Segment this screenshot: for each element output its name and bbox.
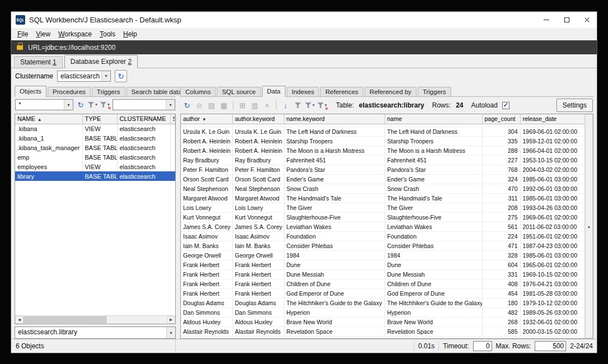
data-cell[interactable]: 1959-12-01 02:00:00: [520, 136, 584, 146]
data-cell[interactable]: 2004-03-02 02:00:00: [520, 165, 584, 174]
object-cell[interactable]: elasticsearch: [117, 171, 170, 181]
data-row[interactable]: Aldous HuxleyAldous HuxleyBrave New Worl…: [181, 317, 584, 326]
objects-horizontal-scrollbar[interactable]: ◀ ▶: [15, 315, 175, 324]
data-row[interactable]: Ursula K. Le GuinUrsula K. Le GuinThe Le…: [181, 127, 584, 136]
data-cell[interactable]: Frank Herbert: [232, 279, 284, 288]
detail-tab-references[interactable]: References: [320, 87, 363, 96]
data-cell[interactable]: God Emperor of Dune: [385, 288, 482, 298]
data-cell[interactable]: Isaac Asimov: [232, 231, 284, 241]
explorer-tab-objects[interactable]: Objects: [15, 86, 46, 97]
data-cell[interactable]: Children of Dune: [385, 279, 482, 288]
data-col-name[interactable]: name: [385, 114, 482, 124]
data-cell[interactable]: Ursula K. Le Guin: [232, 127, 284, 136]
data-cell[interactable]: 1951-06-01 02:00:00: [520, 231, 584, 241]
remove-filter-icon[interactable]: ×▼: [100, 99, 111, 110]
object-cell[interactable]: .kibana_1: [15, 133, 82, 143]
data-cell[interactable]: The Hitchhiker's Guide to the Galaxy: [385, 298, 482, 307]
data-cell[interactable]: The Handmaid's Tale: [284, 193, 385, 203]
filter-icon[interactable]: [292, 100, 303, 111]
data-row[interactable]: Neal StephensonNeal StephensonSnow Crash…: [181, 184, 584, 193]
data-row[interactable]: Kurt VonnegutKurt VonnegutSlaughterhouse…: [181, 212, 584, 222]
objects-col-s[interactable]: S: [170, 114, 175, 124]
data-cell[interactable]: Dune: [284, 260, 385, 269]
object-cell[interactable]: emp: [15, 152, 82, 162]
detail-tab-columns[interactable]: Columns: [180, 87, 216, 96]
data-row[interactable]: Isaac AsimovIsaac AsimovFoundationFounda…: [181, 231, 584, 241]
object-filter-select[interactable]: * ▼: [15, 99, 73, 110]
data-row[interactable]: Robert A. HeinleinRobert A. HeinleinThe …: [181, 146, 584, 155]
data-cell[interactable]: Frank Herbert: [181, 269, 232, 279]
spreadsheet-icon[interactable]: ▦: [218, 100, 230, 111]
data-cell[interactable]: 1989-05-26 03:00:00: [520, 307, 584, 317]
data-cell[interactable]: 1985-06-01 03:00:00: [520, 174, 584, 184]
data-cell[interactable]: Alastair Reynolds: [232, 326, 284, 336]
data-cell[interactable]: Snow Crash: [385, 184, 482, 193]
scroll-left-button[interactable]: ◀: [15, 316, 24, 324]
object-cell[interactable]: [170, 171, 175, 181]
data-cell[interactable]: George Orwell: [232, 250, 284, 260]
objects-col-clustername[interactable]: CLUSTERNAME: [117, 114, 170, 124]
data-cell[interactable]: Slaughterhouse-Five: [284, 212, 385, 222]
object-row[interactable]: .kibanaVIEWelasticsearch: [15, 124, 175, 133]
data-cell[interactable]: 1985-06-01 03:00:00: [520, 250, 584, 260]
data-cell[interactable]: Brave New World: [284, 317, 385, 326]
objects-col-name[interactable]: NAME▲: [15, 114, 82, 124]
data-cell[interactable]: Dan Simmons: [181, 307, 232, 317]
data-cell[interactable]: 224: [482, 231, 520, 241]
explorer-tab-search-table-data[interactable]: Search table data: [127, 87, 187, 96]
data-row[interactable]: Robert A. HeinleinRobert A. HeinleinStar…: [181, 136, 584, 146]
data-cell[interactable]: Neal Stephenson: [232, 184, 284, 193]
data-row[interactable]: Douglas AdamsDouglas AdamsThe Hitchhiker…: [181, 298, 584, 307]
data-cell[interactable]: Peter F. Hamilton: [232, 165, 284, 174]
object-cell[interactable]: [170, 133, 175, 143]
stop-icon[interactable]: ⊘: [194, 100, 205, 111]
object-cell[interactable]: library: [15, 171, 82, 181]
data-row[interactable]: Ray BradburyRay BradburyFahrenheit 451Fa…: [181, 155, 584, 165]
data-cell[interactable]: 482: [482, 307, 520, 317]
data-cell[interactable]: 1984: [284, 250, 385, 260]
data-row[interactable]: Iain M. BanksIain M. BanksConsider Phleb…: [181, 241, 584, 250]
scroll-right-button[interactable]: ▶: [167, 316, 175, 324]
detail-tab-triggers[interactable]: Triggers: [418, 87, 451, 96]
data-cell[interactable]: 1984: [385, 250, 482, 260]
data-row[interactable]: Margaret AtwoodMargaret AtwoodThe Handma…: [181, 193, 584, 203]
data-cell[interactable]: 1993-04-26 03:00:00: [520, 203, 584, 212]
data-cell[interactable]: 585: [482, 326, 520, 336]
data-cell[interactable]: Dune Messiah: [385, 269, 482, 279]
data-cell[interactable]: 604: [482, 260, 520, 269]
data-cell[interactable]: 275: [482, 212, 520, 222]
data-cell[interactable]: Douglas Adams: [232, 298, 284, 307]
data-row[interactable]: James S.A. CoreyJames S.A. CoreyLeviatha…: [181, 222, 584, 231]
object-cell[interactable]: BASE TABLE: [82, 133, 117, 143]
data-cell[interactable]: Dune: [385, 260, 482, 269]
data-cell[interactable]: 471: [482, 241, 520, 250]
data-cell[interactable]: 324: [482, 174, 520, 184]
data-cell[interactable]: Frank Herbert: [181, 260, 232, 269]
data-col-author-keyword[interactable]: author.keyword: [232, 114, 284, 124]
data-cell[interactable]: Iain M. Banks: [181, 241, 232, 250]
refresh-icon[interactable]: ↻: [75, 99, 86, 110]
data-cell[interactable]: Revelation Space: [385, 326, 482, 336]
data-cell[interactable]: Leviathan Wakes: [385, 222, 482, 231]
fetch-more-icon[interactable]: ↓: [280, 100, 291, 111]
data-cell[interactable]: The Left Hand of Darkness: [385, 127, 482, 136]
data-cell[interactable]: Foundation: [385, 231, 482, 241]
object-cell[interactable]: elasticsearch: [117, 162, 170, 171]
data-row[interactable]: George OrwellGeorge Orwell19841984328198…: [181, 250, 584, 260]
object-cell[interactable]: BASE TABLE: [82, 143, 117, 152]
data-cell[interactable]: 408: [482, 279, 520, 288]
title-bar[interactable]: SQL SQL Workbench/J Elasticsearch - Defa…: [11, 12, 597, 28]
data-cell[interactable]: Isaac Asimov: [181, 231, 232, 241]
object-cell[interactable]: BASE TABLE: [82, 152, 117, 162]
data-cell[interactable]: 470: [482, 184, 520, 193]
data-cell[interactable]: Frank Herbert: [181, 279, 232, 288]
data-row[interactable]: Peter F. HamiltonPeter F. HamiltonPandor…: [181, 165, 584, 174]
object-row[interactable]: employeesVIEWelasticsearch: [15, 162, 175, 171]
copy-row-icon[interactable]: ▥: [249, 100, 260, 111]
objects-col-type[interactable]: TYPE: [82, 114, 117, 124]
selected-object-select[interactable]: elasticsearch.library ▼: [15, 326, 176, 339]
data-cell[interactable]: Snow Crash: [284, 184, 385, 193]
data-cell[interactable]: Fahrenheit 451: [284, 155, 385, 165]
object-cell[interactable]: elasticsearch: [117, 152, 170, 162]
menu-item-file[interactable]: File: [13, 29, 32, 40]
